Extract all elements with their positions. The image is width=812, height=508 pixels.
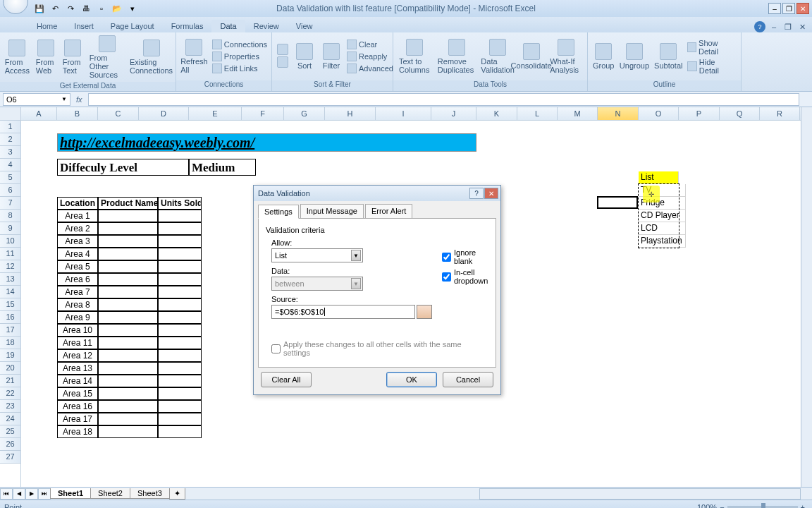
row-header-3[interactable]: 3 — [0, 146, 20, 159]
area-cell[interactable]: Area 10 — [57, 324, 98, 337]
list-header[interactable]: List — [639, 171, 679, 184]
properties-link[interactable]: Properties — [211, 51, 269, 62]
tab-error-alert[interactable]: Error Alert — [365, 204, 413, 218]
col-header-E[interactable]: E — [189, 107, 242, 120]
tab-data[interactable]: Data — [211, 20, 245, 32]
refresh-all-button[interactable]: Refresh All — [179, 37, 209, 75]
col-header-M[interactable]: M — [558, 107, 598, 120]
units-cell[interactable] — [158, 387, 202, 400]
product-cell[interactable] — [98, 273, 158, 286]
product-cell[interactable] — [98, 362, 158, 375]
from-other-sources-button[interactable]: From Other Sources — [87, 34, 128, 80]
row-header-10[interactable]: 10 — [0, 235, 20, 248]
row-header-12[interactable]: 12 — [0, 260, 20, 273]
difficulty-label[interactable]: Diffeculy Level — [57, 159, 189, 176]
row-header-8[interactable]: 8 — [0, 210, 20, 222]
row-header-25[interactable]: 25 — [0, 425, 20, 438]
product-cell[interactable] — [98, 387, 158, 400]
units-cell[interactable] — [158, 400, 202, 413]
allow-dropdown[interactable]: List▼ — [271, 248, 363, 262]
show-detail-link[interactable]: Show Detail — [686, 38, 738, 56]
row-header-13[interactable]: 13 — [0, 273, 20, 286]
from-access-button[interactable]: From Access — [3, 38, 32, 76]
product-cell[interactable] — [98, 337, 158, 349]
tab-view[interactable]: View — [288, 20, 321, 32]
table-header-product[interactable]: Product Name — [98, 197, 158, 210]
area-cell[interactable]: Area 15 — [57, 387, 98, 400]
col-header-I[interactable]: I — [376, 107, 431, 120]
connections-link[interactable]: Connections — [211, 39, 269, 50]
units-cell[interactable] — [158, 375, 202, 387]
row-header-4[interactable]: 4 — [0, 159, 20, 171]
maximize-button[interactable]: ❐ — [782, 3, 795, 14]
product-cell[interactable] — [98, 235, 158, 248]
open-icon[interactable]: 📂 — [110, 1, 124, 16]
units-cell[interactable] — [158, 260, 202, 273]
product-cell[interactable] — [98, 210, 158, 222]
area-cell[interactable]: Area 3 — [57, 235, 98, 248]
units-cell[interactable] — [158, 286, 202, 298]
product-cell[interactable] — [98, 425, 158, 438]
area-cell[interactable]: Area 2 — [57, 222, 98, 235]
area-cell[interactable]: Area 17 — [57, 413, 98, 425]
product-cell[interactable] — [98, 248, 158, 260]
product-cell[interactable] — [98, 413, 158, 425]
area-cell[interactable]: Area 8 — [57, 298, 98, 311]
help-icon[interactable]: ? — [754, 21, 765, 32]
save-icon[interactable]: 💾 — [32, 1, 47, 16]
units-cell[interactable] — [158, 273, 202, 286]
col-header-P[interactable]: P — [679, 107, 720, 120]
fx-icon[interactable]: fx — [76, 95, 82, 104]
area-cell[interactable]: Area 9 — [57, 311, 98, 324]
row-header-21[interactable]: 21 — [0, 375, 20, 387]
close-button[interactable]: ✕ — [796, 3, 809, 14]
area-cell[interactable]: Area 16 — [57, 400, 98, 413]
from-text-button[interactable]: From Text — [60, 38, 85, 76]
tab-home[interactable]: Home — [28, 20, 66, 32]
difficulty-value[interactable]: Medium — [189, 159, 256, 176]
area-cell[interactable]: Area 5 — [57, 260, 98, 273]
units-cell[interactable] — [158, 298, 202, 311]
col-header-B[interactable]: B — [57, 107, 98, 120]
row-header-23[interactable]: 23 — [0, 400, 20, 413]
ribbon-restore-icon[interactable]: ❐ — [782, 21, 794, 32]
product-cell[interactable] — [98, 222, 158, 235]
tab-insert[interactable]: Insert — [66, 20, 102, 32]
row-header-1[interactable]: 1 — [0, 121, 20, 133]
range-picker-icon[interactable] — [417, 305, 432, 319]
units-cell[interactable] — [158, 425, 202, 438]
sheet-tab-1[interactable]: Sheet1 — [50, 488, 91, 499]
vertical-scrollbar[interactable] — [801, 107, 812, 487]
dialog-title-bar[interactable]: Data Validation ? ✕ — [254, 186, 500, 201]
qat-more-icon[interactable]: ▾ — [125, 1, 140, 16]
ungroup-button[interactable]: Ungroup — [617, 42, 651, 71]
minimize-button[interactable]: – — [768, 3, 781, 14]
product-cell[interactable] — [98, 400, 158, 413]
units-cell[interactable] — [158, 324, 202, 337]
col-header-Q[interactable]: Q — [720, 107, 760, 120]
col-header-N[interactable]: N — [598, 107, 639, 120]
new-icon[interactable]: ▫ — [94, 1, 109, 16]
existing-connections-button[interactable]: Existing Connections — [130, 38, 173, 76]
reapply-link[interactable]: Reapply — [345, 51, 395, 62]
sheet-tab-3[interactable]: Sheet3 — [130, 488, 170, 499]
product-cell[interactable] — [98, 286, 158, 298]
office-button[interactable] — [3, 0, 28, 14]
incell-dropdown-checkbox[interactable]: In-cell dropdown — [442, 268, 488, 285]
area-cell[interactable]: Area 4 — [57, 248, 98, 260]
units-cell[interactable] — [158, 235, 202, 248]
row-header-24[interactable]: 24 — [0, 413, 20, 425]
product-cell[interactable] — [98, 349, 158, 362]
dialog-close-button[interactable]: ✕ — [484, 188, 498, 199]
col-header-A[interactable]: A — [21, 107, 57, 120]
group-button[interactable]: Group — [591, 42, 616, 71]
row-header-20[interactable]: 20 — [0, 362, 20, 375]
redo-icon[interactable]: ↷ — [63, 1, 78, 16]
sheet-nav-first-icon[interactable]: ⏮ — [0, 488, 13, 500]
sheet-tab-2[interactable]: Sheet2 — [90, 488, 130, 499]
list-item[interactable]: Playstation — [639, 235, 686, 248]
sort-az-button[interactable] — [275, 42, 290, 71]
col-header-L[interactable]: L — [517, 107, 558, 120]
tab-input-message[interactable]: Input Message — [300, 204, 364, 218]
remove-duplicates-button[interactable]: Remove Duplicates — [435, 37, 479, 75]
